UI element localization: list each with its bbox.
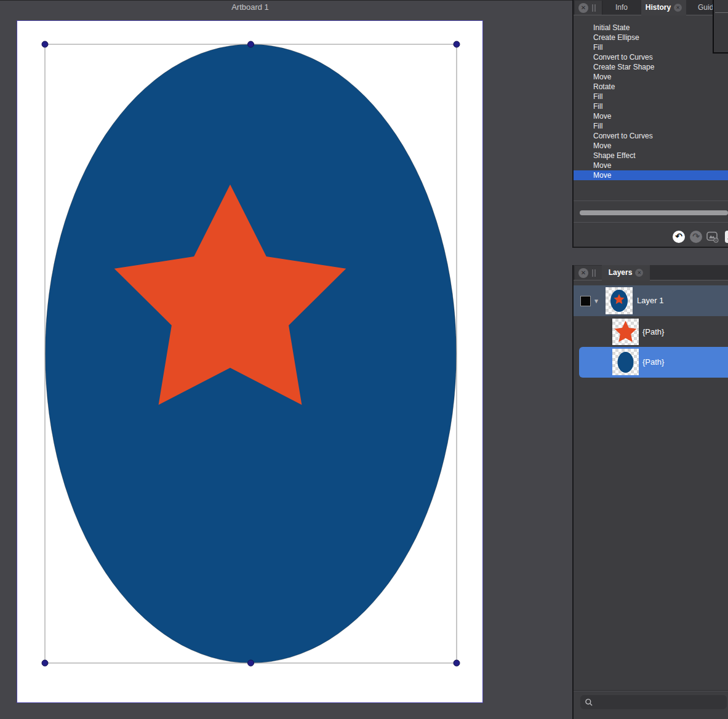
history-item[interactable]: Move: [574, 72, 728, 82]
star-path-thumbnail[interactable]: [612, 319, 639, 345]
layer-row-ellipse-path-selected[interactable]: {Path}: [579, 347, 728, 378]
slider-groove-top: [574, 201, 728, 201]
history-item[interactable]: Rotate: [574, 82, 728, 92]
layers-panel-tabbar: ✕ Layers✕: [574, 265, 728, 280]
history-item[interactable]: Move: [574, 161, 728, 170]
search-separator-highlight: [574, 691, 728, 691]
panel-utility-segment: ✕: [575, 266, 602, 280]
path-name[interactable]: {Path}: [642, 357, 664, 367]
layers-search-box[interactable]: [580, 695, 727, 709]
history-item[interactable]: Fill: [574, 121, 728, 131]
history-item[interactable]: Fill: [574, 92, 728, 101]
cycle-futures-button[interactable]: [706, 231, 719, 243]
history-item[interactable]: Create Ellipse: [574, 33, 728, 42]
snapshot-icon: [706, 231, 719, 243]
handle-top-left[interactable]: [42, 41, 48, 47]
redo-button[interactable]: ↷: [690, 231, 702, 243]
handle-bottom-left[interactable]: [42, 660, 48, 666]
panel-drag-grip-icon[interactable]: [592, 269, 596, 277]
tab-layers-close-icon[interactable]: ✕: [635, 269, 643, 277]
handle-bottom-center[interactable]: [248, 660, 254, 666]
panel-utility-segment: ✕: [575, 1, 602, 15]
search-icon: [585, 698, 593, 707]
history-item[interactable]: Create Star Shape: [574, 62, 728, 72]
history-item[interactable]: Initial State: [574, 23, 728, 33]
panel-drag-grip-icon[interactable]: [592, 4, 596, 12]
tab-history[interactable]: History✕: [641, 0, 686, 15]
history-item[interactable]: Convert to Curves: [574, 52, 728, 62]
redo-icon: ↷: [692, 231, 700, 241]
chevron-down-icon[interactable]: ▼: [593, 298, 599, 304]
history-item[interactable]: Move: [574, 111, 728, 121]
history-item[interactable]: Fill: [574, 42, 728, 52]
path-name[interactable]: {Path}: [642, 327, 664, 336]
panel-close-icon[interactable]: ✕: [578, 3, 588, 13]
undo-button[interactable]: ↶: [673, 231, 685, 243]
history-item-selected[interactable]: Move: [574, 170, 728, 180]
history-item[interactable]: Fill: [574, 101, 728, 111]
canvas-shapes: [0, 0, 572, 719]
handle-top-center[interactable]: [248, 41, 254, 47]
layer-name[interactable]: Layer 1: [637, 296, 663, 305]
layers-search-input[interactable]: [596, 697, 727, 707]
application-window: Artboard 1 ✕ Info History✕ Guide Initial…: [0, 0, 728, 719]
history-item[interactable]: Shape Effect: [574, 151, 728, 161]
tab-info[interactable]: Info: [602, 0, 641, 15]
layers-panel: ✕ Layers✕ ▼ Layer 1 {Pat: [572, 265, 728, 719]
tab-layers[interactable]: Layers✕: [602, 265, 650, 280]
handle-bottom-right[interactable]: [454, 660, 460, 666]
history-panel: ✕ Info History✕ Guide Initial State Crea…: [572, 0, 728, 248]
floating-window-corner: [713, 0, 728, 54]
history-position-slider[interactable]: [580, 210, 728, 215]
clipped-panel-button[interactable]: [725, 231, 728, 243]
tab-history-close-icon[interactable]: ✕: [674, 4, 682, 12]
layer-row-star-path[interactable]: {Path}: [574, 317, 728, 347]
slider-groove-bottom: [574, 222, 728, 223]
layer-visibility-checkbox[interactable]: [580, 296, 591, 306]
undo-icon: ↶: [675, 231, 682, 241]
layer-row-layer1[interactable]: ▼ Layer 1: [574, 285, 728, 316]
history-panel-tabbar: ✕ Info History✕ Guide: [574, 0, 728, 15]
handle-top-right[interactable]: [454, 41, 460, 47]
panel-close-icon[interactable]: ✕: [578, 268, 588, 278]
ellipse-path-thumbnail[interactable]: [612, 349, 639, 375]
history-item[interactable]: Move: [574, 141, 728, 151]
layer-thumbnail[interactable]: [606, 287, 633, 314]
history-list: Initial State Create Ellipse Fill Conver…: [574, 23, 728, 180]
history-item[interactable]: Convert to Curves: [574, 131, 728, 141]
floating-window-edge: [715, 12, 728, 13]
